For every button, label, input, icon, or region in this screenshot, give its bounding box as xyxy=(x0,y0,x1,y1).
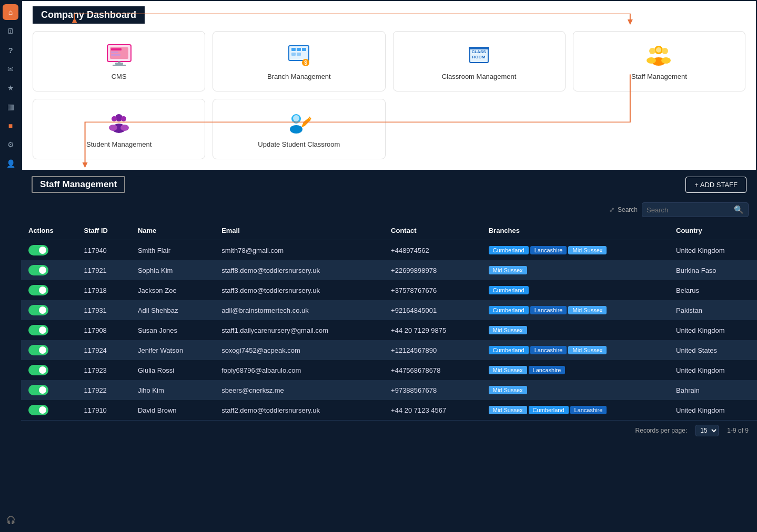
card-cms-label: CMS xyxy=(112,73,127,80)
svg-rect-16 xyxy=(302,48,306,51)
records-label: Records per page: xyxy=(635,427,688,434)
cms-icon xyxy=(103,42,135,68)
classroom-management-icon: CLASS ROOM xyxy=(463,42,495,68)
dashboard-cards-row2: Student Management Update Student Classr… xyxy=(33,99,745,159)
add-staff-button[interactable]: + ADD STAFF xyxy=(685,177,746,193)
status-toggle[interactable] xyxy=(28,265,48,275)
chart-icon[interactable]: ▦ xyxy=(3,99,18,115)
email-cell: sbeers@cnerksz.me xyxy=(214,380,383,400)
table-container: ⤢ Search 🔍 Actions Staff ID Name Email C… xyxy=(21,198,757,532)
staff-id-cell: 117910 xyxy=(76,400,130,420)
dashboard-title: Company Dashboard xyxy=(33,6,145,24)
status-toggle[interactable] xyxy=(28,285,48,295)
action-cell xyxy=(21,260,76,280)
svg-rect-10 xyxy=(113,65,126,66)
contact-cell: +37578767676 xyxy=(383,280,481,300)
home-icon[interactable]: ⌂ xyxy=(3,4,18,20)
name-cell: Jenifer Watson xyxy=(130,340,214,360)
country-cell: United Kingdom xyxy=(669,360,757,380)
status-toggle[interactable] xyxy=(28,365,48,375)
branch-badge: Cumberland xyxy=(489,346,529,354)
search-label: Search xyxy=(618,206,638,213)
table-row: 117931Adil Shehbazadil@brainstormertech.… xyxy=(21,300,757,320)
expand-icon[interactable]: ⤢ xyxy=(609,206,614,213)
name-cell: Giulia Rossi xyxy=(130,360,214,380)
search-input[interactable] xyxy=(647,206,731,214)
svg-rect-18 xyxy=(297,53,301,56)
col-name: Name xyxy=(130,221,214,240)
alert-icon[interactable]: ■ xyxy=(3,118,18,134)
card-classroom-management-label: Classroom Management xyxy=(442,73,517,80)
contact-cell: +12124567890 xyxy=(383,340,481,360)
branches-cell: CumberlandLancashireMid Sussex xyxy=(481,340,669,360)
table-row: 117924Jenifer Watsonsoxogi7452@acpeak.co… xyxy=(21,340,757,360)
branch-badge: Cumberland xyxy=(489,306,529,314)
svg-rect-6 xyxy=(111,48,122,50)
card-staff-management[interactable]: Staff Management xyxy=(573,31,745,91)
status-toggle[interactable] xyxy=(28,385,48,395)
status-toggle[interactable] xyxy=(28,345,48,355)
svg-rect-7 xyxy=(111,52,118,53)
search-icon[interactable]: 🔍 xyxy=(734,205,744,214)
card-branch-management[interactable]: $ Branch Management xyxy=(213,31,385,91)
svg-rect-14 xyxy=(291,48,296,51)
svg-point-30 xyxy=(661,57,671,64)
contact-cell: +44 20 7129 9875 xyxy=(383,320,481,340)
email-cell: staff8.demo@toddlersnursery.uk xyxy=(214,260,383,280)
person-icon[interactable]: 👤 xyxy=(3,156,18,171)
card-branch-management-label: Branch Management xyxy=(267,73,331,80)
name-cell: David Brown xyxy=(130,400,214,420)
action-cell xyxy=(21,320,76,340)
status-toggle[interactable] xyxy=(28,245,48,255)
branch-badge: Mid Sussex xyxy=(568,346,607,354)
help-icon[interactable]: ? xyxy=(3,42,18,58)
email-cell: staff1.dailycarenursery@gmail.com xyxy=(214,320,383,340)
svg-point-37 xyxy=(120,125,129,131)
staff-id-cell: 117931 xyxy=(76,300,130,320)
card-student-management-label: Student Management xyxy=(86,140,152,148)
action-cell xyxy=(21,400,76,420)
name-cell: Susan Jones xyxy=(130,320,214,340)
col-actions: Actions xyxy=(21,221,76,240)
col-contact: Contact xyxy=(383,221,481,240)
card-student-management[interactable]: Student Management xyxy=(33,99,205,159)
name-cell: Jackson Zoe xyxy=(130,280,214,300)
country-cell: Belarus xyxy=(669,280,757,300)
card-cms[interactable]: CMS xyxy=(33,31,205,91)
email-cell: smith78@gmail.com xyxy=(214,240,383,261)
staff-id-cell: 117921 xyxy=(76,260,130,280)
headset-icon[interactable]: 🎧 xyxy=(3,512,18,528)
branch-badge: Mid Sussex xyxy=(489,326,527,334)
country-cell: United Kingdom xyxy=(669,320,757,340)
branch-badge: Lancashire xyxy=(529,366,566,374)
sidebar: ⌂ 🗓 ? ✉ ★ ▦ ■ ⚙ 👤 🎧 xyxy=(0,0,21,532)
dashboard-cards-row1: CMS $ Branch Manageme xyxy=(33,31,745,91)
table-header: Actions Staff ID Name Email Contact Bran… xyxy=(21,221,757,240)
card-update-student-classroom[interactable]: Update Student Classroom xyxy=(213,99,385,159)
status-toggle[interactable] xyxy=(28,405,48,415)
star-icon[interactable]: ★ xyxy=(3,80,18,96)
status-toggle[interactable] xyxy=(28,325,48,335)
branches-cell: CumberlandLancashireMid Sussex xyxy=(481,300,669,320)
branch-badge: Mid Sussex xyxy=(489,406,527,414)
records-per-page-select[interactable]: 15 25 50 xyxy=(695,425,719,436)
staff-table: Actions Staff ID Name Email Contact Bran… xyxy=(21,221,757,420)
svg-point-27 xyxy=(649,48,655,54)
action-cell xyxy=(21,280,76,300)
users-icon[interactable]: ⚙ xyxy=(3,137,18,152)
country-cell: United Kingdom xyxy=(669,400,757,420)
staff-id-cell: 117940 xyxy=(76,240,130,261)
branch-badge: Cumberland xyxy=(489,286,529,294)
svg-point-28 xyxy=(647,57,656,64)
svg-rect-24 xyxy=(469,47,489,49)
branches-cell: Cumberland xyxy=(481,280,669,300)
branches-cell: Mid SussexCumberlandLancashire xyxy=(481,400,669,420)
table-row: 117923Giulia Rossifopiy68796@albarulo.co… xyxy=(21,360,757,380)
status-toggle[interactable] xyxy=(28,305,48,315)
mail-icon[interactable]: ✉ xyxy=(3,61,18,77)
svg-text:$: $ xyxy=(304,60,307,66)
card-classroom-management[interactable]: CLASS ROOM Classroom Management xyxy=(393,31,566,91)
svg-text:CLASS: CLASS xyxy=(472,49,487,54)
calendar-icon[interactable]: 🗓 xyxy=(3,23,18,39)
action-cell xyxy=(21,360,76,380)
